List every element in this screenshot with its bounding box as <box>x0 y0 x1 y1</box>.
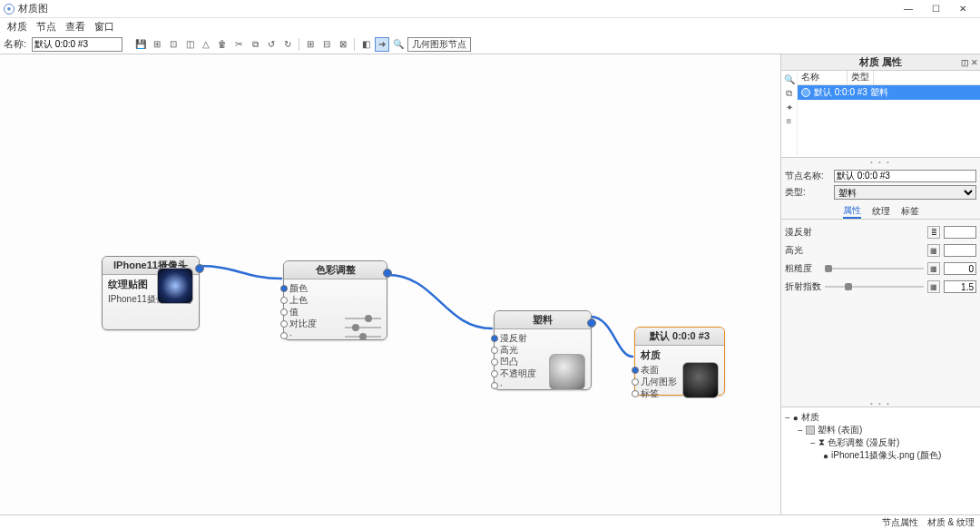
name-input[interactable] <box>32 37 122 52</box>
tool-icon[interactable]: ◧ <box>358 37 373 52</box>
close-panel-icon[interactable]: ✕ <box>971 58 978 67</box>
menu-view[interactable]: 查看 <box>62 20 89 34</box>
input-port[interactable] <box>632 367 639 374</box>
tool-icon[interactable]: ⊠ <box>336 37 350 52</box>
value-input[interactable] <box>944 262 976 275</box>
texture-slot-icon[interactable]: ▦ <box>927 280 940 293</box>
tree-node[interactable]: 材质 <box>801 411 819 424</box>
tool-icon[interactable]: △ <box>199 37 213 52</box>
input-port[interactable] <box>280 297 288 304</box>
port-label: 不透明度 <box>500 367 536 380</box>
input-port[interactable] <box>632 378 639 386</box>
menu-window[interactable]: 窗口 <box>91 20 118 34</box>
port-label: 上色 <box>289 294 308 307</box>
sphere-thumb-icon <box>549 354 585 390</box>
save-icon[interactable]: 💾 <box>133 37 148 52</box>
lens-thumb-icon <box>682 362 719 398</box>
slider-track[interactable] <box>825 286 924 288</box>
tool-icon[interactable]: ⊡ <box>166 37 181 52</box>
lens-thumb-icon <box>157 268 193 304</box>
list-row[interactable]: 默认 0:0:0 #3 塑料 <box>798 85 980 100</box>
input-port[interactable] <box>491 370 498 377</box>
list-header: 名称 类型 <box>798 71 980 85</box>
panel-header: 材质 属性 ◫✕ <box>781 54 980 71</box>
col-name[interactable]: 名称 <box>798 71 848 84</box>
slider-track[interactable] <box>825 268 924 269</box>
geom-node-field[interactable]: 几何图形节点 <box>407 37 471 52</box>
menu-node[interactable]: 节点 <box>33 20 60 34</box>
node-plastic[interactable]: 塑料 漫反射 高光 凹凸 不透明度 · <box>494 310 592 390</box>
tab-properties[interactable]: 属性 <box>843 204 861 219</box>
output-port[interactable] <box>195 264 204 273</box>
node-graph-canvas[interactable]: IPhone11摄像头 纹理贴图 IPhone11摄像头.png 色彩调整 颜色… <box>0 54 780 514</box>
type-label: 类型: <box>785 186 830 199</box>
collapse-icon[interactable]: − <box>798 426 803 436</box>
prop-label: 漫反射 <box>785 226 821 239</box>
col-type[interactable]: 类型 <box>848 71 874 84</box>
search-icon[interactable]: 🔍 <box>391 37 406 52</box>
tree-node[interactable]: 塑料 (表面) <box>818 424 862 436</box>
star-icon[interactable]: ✦ <box>786 103 793 113</box>
tool-icon[interactable]: 🗑 <box>215 37 230 52</box>
node-texture[interactable]: IPhone11摄像头 纹理贴图 IPhone11摄像头.png <box>102 256 200 330</box>
tab-labels[interactable]: 标签 <box>901 205 919 218</box>
input-port[interactable] <box>491 382 498 389</box>
material-tree[interactable]: −●材质 −塑料 (表面) −⧗色彩调整 (漫反射) ●iPhone11摄像头.… <box>781 407 980 514</box>
tool-icon[interactable]: ↺ <box>264 37 279 52</box>
input-port[interactable] <box>280 309 288 316</box>
port-label: 漫反射 <box>500 332 527 345</box>
input-port[interactable] <box>491 347 498 354</box>
type-select[interactable]: 塑料 <box>834 185 976 200</box>
color-swatch[interactable] <box>944 226 976 239</box>
collapse-icon[interactable]: − <box>810 438 816 448</box>
tool-selected-icon[interactable]: ➜ <box>375 37 389 52</box>
tree-node[interactable]: iPhone11摄像头.png (颜色) <box>831 449 941 462</box>
drag-handle[interactable]: • • • <box>781 399 980 407</box>
texture-slot-icon[interactable]: ▦ <box>927 262 940 275</box>
tool-icon[interactable]: ↻ <box>280 37 295 52</box>
tool-icon[interactable]: ⊞ <box>150 37 164 52</box>
color-swatch[interactable] <box>944 244 976 257</box>
node-name-input[interactable] <box>834 170 976 182</box>
output-port[interactable] <box>587 318 596 328</box>
tab-textures[interactable]: 纹理 <box>872 205 890 218</box>
port-label: · <box>500 380 503 390</box>
copy-icon[interactable]: ⧉ <box>248 37 262 52</box>
tool-icon[interactable]: ⊟ <box>319 37 334 52</box>
input-port[interactable] <box>632 390 639 397</box>
node-subtitle: 材质 <box>641 348 719 362</box>
node-color-adjust[interactable]: 色彩调整 颜色 上色 值 对比度 · <box>283 260 387 340</box>
tool-icon[interactable]: ⊞ <box>303 37 318 52</box>
input-port[interactable] <box>280 320 288 328</box>
value-input[interactable] <box>944 280 976 293</box>
list-icon[interactable]: ≡ <box>787 116 792 126</box>
close-button[interactable]: ✕ <box>949 1 976 17</box>
drag-handle[interactable]: • • • <box>781 158 980 165</box>
app-icon: ● <box>4 4 15 15</box>
dock-icon[interactable]: ◫ <box>961 58 969 67</box>
input-port[interactable] <box>280 285 288 292</box>
minimize-button[interactable]: — <box>895 1 922 17</box>
prop-label: 粗糙度 <box>785 262 821 275</box>
link-icon[interactable]: ⧉ <box>786 88 792 99</box>
row-text: 默认 0:0:0 #3 塑料 <box>814 86 888 99</box>
texture-slot-icon[interactable]: ▦ <box>927 244 940 257</box>
prop-label: 折射指数 <box>785 280 821 293</box>
status-mat-tex[interactable]: 材质 & 纹理 <box>927 516 975 529</box>
output-port[interactable] <box>383 269 392 278</box>
tool-icon[interactable]: ◫ <box>182 37 197 52</box>
tree-node[interactable]: 色彩调整 (漫反射) <box>828 436 899 449</box>
statusbar: 节点属性 材质 & 纹理 <box>0 514 980 529</box>
node-material[interactable]: 默认 0:0:0 #3 材质 表面 几何图形 标签 <box>634 327 725 396</box>
input-port[interactable] <box>491 335 498 342</box>
input-port[interactable] <box>280 332 288 339</box>
input-port[interactable] <box>491 358 498 366</box>
prop-label: 高光 <box>785 244 821 257</box>
tool-icon[interactable]: ✂ <box>231 37 246 52</box>
maximize-button[interactable]: ☐ <box>922 1 949 17</box>
status-node-props[interactable]: 节点属性 <box>882 516 918 529</box>
collapse-icon[interactable]: − <box>785 413 790 423</box>
menu-material[interactable]: 材质 <box>4 20 31 34</box>
find-icon[interactable]: 🔍 <box>784 74 795 84</box>
texture-slot-icon[interactable]: ≣ <box>927 226 940 239</box>
